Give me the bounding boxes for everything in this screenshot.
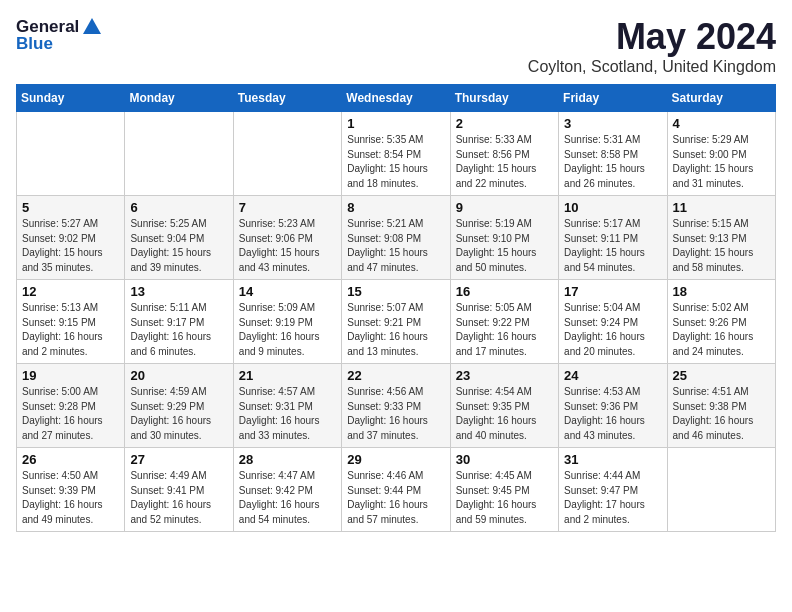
day-number: 23 xyxy=(456,368,553,383)
calendar-cell: 15Sunrise: 5:07 AM Sunset: 9:21 PM Dayli… xyxy=(342,280,450,364)
day-info: Sunrise: 4:44 AM Sunset: 9:47 PM Dayligh… xyxy=(564,469,661,527)
calendar-cell: 27Sunrise: 4:49 AM Sunset: 9:41 PM Dayli… xyxy=(125,448,233,532)
day-number: 15 xyxy=(347,284,444,299)
day-number: 26 xyxy=(22,452,119,467)
calendar-cell: 6Sunrise: 5:25 AM Sunset: 9:04 PM Daylig… xyxy=(125,196,233,280)
day-number: 24 xyxy=(564,368,661,383)
calendar-cell: 19Sunrise: 5:00 AM Sunset: 9:28 PM Dayli… xyxy=(17,364,125,448)
calendar-week-row: 26Sunrise: 4:50 AM Sunset: 9:39 PM Dayli… xyxy=(17,448,776,532)
day-number: 30 xyxy=(456,452,553,467)
day-info: Sunrise: 4:56 AM Sunset: 9:33 PM Dayligh… xyxy=(347,385,444,443)
calendar-cell xyxy=(667,448,775,532)
calendar-cell: 1Sunrise: 5:35 AM Sunset: 8:54 PM Daylig… xyxy=(342,112,450,196)
logo: General Blue xyxy=(16,16,103,54)
calendar-cell: 13Sunrise: 5:11 AM Sunset: 9:17 PM Dayli… xyxy=(125,280,233,364)
day-info: Sunrise: 4:54 AM Sunset: 9:35 PM Dayligh… xyxy=(456,385,553,443)
calendar-cell: 26Sunrise: 4:50 AM Sunset: 9:39 PM Dayli… xyxy=(17,448,125,532)
calendar-cell: 10Sunrise: 5:17 AM Sunset: 9:11 PM Dayli… xyxy=(559,196,667,280)
day-number: 31 xyxy=(564,452,661,467)
day-info: Sunrise: 4:59 AM Sunset: 9:29 PM Dayligh… xyxy=(130,385,227,443)
day-number: 8 xyxy=(347,200,444,215)
day-number: 10 xyxy=(564,200,661,215)
day-info: Sunrise: 4:51 AM Sunset: 9:38 PM Dayligh… xyxy=(673,385,770,443)
day-number: 19 xyxy=(22,368,119,383)
calendar-header-row: SundayMondayTuesdayWednesdayThursdayFrid… xyxy=(17,85,776,112)
day-info: Sunrise: 5:23 AM Sunset: 9:06 PM Dayligh… xyxy=(239,217,336,275)
day-info: Sunrise: 5:15 AM Sunset: 9:13 PM Dayligh… xyxy=(673,217,770,275)
day-number: 2 xyxy=(456,116,553,131)
day-info: Sunrise: 5:35 AM Sunset: 8:54 PM Dayligh… xyxy=(347,133,444,191)
day-number: 21 xyxy=(239,368,336,383)
day-number: 6 xyxy=(130,200,227,215)
calendar-cell: 14Sunrise: 5:09 AM Sunset: 9:19 PM Dayli… xyxy=(233,280,341,364)
day-number: 12 xyxy=(22,284,119,299)
day-number: 27 xyxy=(130,452,227,467)
day-info: Sunrise: 5:17 AM Sunset: 9:11 PM Dayligh… xyxy=(564,217,661,275)
weekday-header: Saturday xyxy=(667,85,775,112)
day-number: 14 xyxy=(239,284,336,299)
day-info: Sunrise: 4:47 AM Sunset: 9:42 PM Dayligh… xyxy=(239,469,336,527)
day-number: 29 xyxy=(347,452,444,467)
calendar-cell: 7Sunrise: 5:23 AM Sunset: 9:06 PM Daylig… xyxy=(233,196,341,280)
day-number: 22 xyxy=(347,368,444,383)
calendar-cell: 5Sunrise: 5:27 AM Sunset: 9:02 PM Daylig… xyxy=(17,196,125,280)
day-info: Sunrise: 5:25 AM Sunset: 9:04 PM Dayligh… xyxy=(130,217,227,275)
day-number: 4 xyxy=(673,116,770,131)
day-number: 13 xyxy=(130,284,227,299)
logo-icon xyxy=(81,16,103,38)
weekday-header: Sunday xyxy=(17,85,125,112)
day-number: 16 xyxy=(456,284,553,299)
calendar-week-row: 1Sunrise: 5:35 AM Sunset: 8:54 PM Daylig… xyxy=(17,112,776,196)
day-info: Sunrise: 5:05 AM Sunset: 9:22 PM Dayligh… xyxy=(456,301,553,359)
day-info: Sunrise: 4:50 AM Sunset: 9:39 PM Dayligh… xyxy=(22,469,119,527)
day-number: 28 xyxy=(239,452,336,467)
calendar-cell: 12Sunrise: 5:13 AM Sunset: 9:15 PM Dayli… xyxy=(17,280,125,364)
calendar-cell xyxy=(233,112,341,196)
logo-blue: Blue xyxy=(16,34,53,54)
day-info: Sunrise: 4:53 AM Sunset: 9:36 PM Dayligh… xyxy=(564,385,661,443)
day-info: Sunrise: 4:57 AM Sunset: 9:31 PM Dayligh… xyxy=(239,385,336,443)
day-number: 18 xyxy=(673,284,770,299)
title-area: May 2024 Coylton, Scotland, United Kingd… xyxy=(528,16,776,76)
calendar-cell: 30Sunrise: 4:45 AM Sunset: 9:45 PM Dayli… xyxy=(450,448,558,532)
calendar-cell: 20Sunrise: 4:59 AM Sunset: 9:29 PM Dayli… xyxy=(125,364,233,448)
day-info: Sunrise: 4:46 AM Sunset: 9:44 PM Dayligh… xyxy=(347,469,444,527)
day-info: Sunrise: 5:11 AM Sunset: 9:17 PM Dayligh… xyxy=(130,301,227,359)
calendar-week-row: 12Sunrise: 5:13 AM Sunset: 9:15 PM Dayli… xyxy=(17,280,776,364)
day-info: Sunrise: 5:13 AM Sunset: 9:15 PM Dayligh… xyxy=(22,301,119,359)
day-number: 11 xyxy=(673,200,770,215)
calendar-cell: 2Sunrise: 5:33 AM Sunset: 8:56 PM Daylig… xyxy=(450,112,558,196)
calendar-cell: 25Sunrise: 4:51 AM Sunset: 9:38 PM Dayli… xyxy=(667,364,775,448)
calendar-cell xyxy=(125,112,233,196)
calendar-cell: 4Sunrise: 5:29 AM Sunset: 9:00 PM Daylig… xyxy=(667,112,775,196)
weekday-header: Friday xyxy=(559,85,667,112)
day-number: 3 xyxy=(564,116,661,131)
day-info: Sunrise: 5:07 AM Sunset: 9:21 PM Dayligh… xyxy=(347,301,444,359)
day-number: 7 xyxy=(239,200,336,215)
weekday-header: Wednesday xyxy=(342,85,450,112)
day-number: 25 xyxy=(673,368,770,383)
day-number: 1 xyxy=(347,116,444,131)
day-info: Sunrise: 5:33 AM Sunset: 8:56 PM Dayligh… xyxy=(456,133,553,191)
day-info: Sunrise: 5:00 AM Sunset: 9:28 PM Dayligh… xyxy=(22,385,119,443)
day-number: 9 xyxy=(456,200,553,215)
calendar-cell: 22Sunrise: 4:56 AM Sunset: 9:33 PM Dayli… xyxy=(342,364,450,448)
calendar-cell: 3Sunrise: 5:31 AM Sunset: 8:58 PM Daylig… xyxy=(559,112,667,196)
month-title: May 2024 xyxy=(528,16,776,58)
location-title: Coylton, Scotland, United Kingdom xyxy=(528,58,776,76)
day-info: Sunrise: 5:19 AM Sunset: 9:10 PM Dayligh… xyxy=(456,217,553,275)
day-number: 17 xyxy=(564,284,661,299)
calendar-cell: 8Sunrise: 5:21 AM Sunset: 9:08 PM Daylig… xyxy=(342,196,450,280)
day-info: Sunrise: 5:02 AM Sunset: 9:26 PM Dayligh… xyxy=(673,301,770,359)
calendar-cell: 24Sunrise: 4:53 AM Sunset: 9:36 PM Dayli… xyxy=(559,364,667,448)
header: General Blue May 2024 Coylton, Scotland,… xyxy=(16,16,776,76)
day-number: 5 xyxy=(22,200,119,215)
calendar-week-row: 5Sunrise: 5:27 AM Sunset: 9:02 PM Daylig… xyxy=(17,196,776,280)
weekday-header: Tuesday xyxy=(233,85,341,112)
day-info: Sunrise: 5:31 AM Sunset: 8:58 PM Dayligh… xyxy=(564,133,661,191)
calendar-week-row: 19Sunrise: 5:00 AM Sunset: 9:28 PM Dayli… xyxy=(17,364,776,448)
calendar-cell: 16Sunrise: 5:05 AM Sunset: 9:22 PM Dayli… xyxy=(450,280,558,364)
svg-marker-0 xyxy=(83,18,101,34)
calendar-cell: 29Sunrise: 4:46 AM Sunset: 9:44 PM Dayli… xyxy=(342,448,450,532)
day-info: Sunrise: 5:29 AM Sunset: 9:00 PM Dayligh… xyxy=(673,133,770,191)
